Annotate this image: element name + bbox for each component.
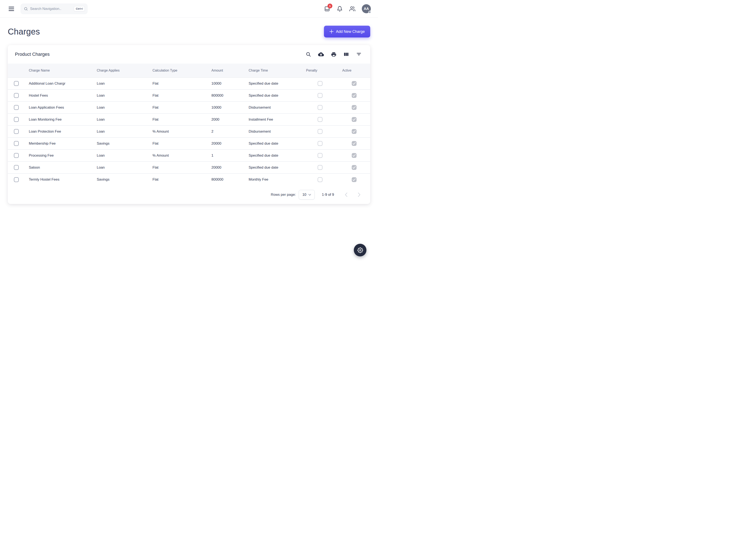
cell-charge-time: Specified due date (244, 161, 302, 174)
printer-icon (331, 52, 337, 57)
col-active: Active (338, 64, 370, 77)
active-checkbox[interactable] (352, 81, 357, 86)
table-head: Charge Name Charge Applies Calculation T… (8, 64, 370, 77)
table-body: Additional Loan Chargr Loan Flat 10000 S… (8, 77, 370, 185)
cell-calculation-type: Flat (148, 113, 207, 126)
check-icon (353, 178, 356, 181)
add-new-charge-button[interactable]: Add New Charge (324, 26, 370, 38)
rows-per-page-select[interactable]: 10 (299, 190, 315, 200)
row-select-checkbox[interactable] (14, 129, 19, 134)
penalty-checkbox[interactable] (318, 105, 322, 110)
avatar-status-dot (368, 11, 371, 14)
cell-amount: 2 (207, 126, 244, 137)
cell-charge-time: Specified due date (244, 90, 302, 101)
cell-amount: 800000 (207, 90, 244, 101)
search-input[interactable]: Search Navigation.. Ctrl+/ (21, 4, 88, 14)
row-select-checkbox[interactable] (14, 153, 19, 158)
topbar: Search Navigation.. Ctrl+/ 1 (0, 0, 378, 18)
active-checkbox[interactable] (352, 117, 357, 122)
active-checkbox[interactable] (352, 129, 357, 134)
row-select-checkbox[interactable] (14, 177, 19, 182)
previous-page-button[interactable] (342, 191, 350, 198)
cell-charge-applies: Loan (93, 161, 148, 174)
cell-calculation-type: Flat (148, 174, 207, 185)
page-header: Charges Add New Charge (8, 26, 370, 38)
penalty-checkbox[interactable] (318, 177, 322, 182)
check-icon (353, 130, 356, 133)
penalty-checkbox[interactable] (318, 117, 322, 122)
search-shortcut-badge: Ctrl+/ (74, 6, 85, 12)
active-checkbox[interactable] (352, 141, 357, 146)
select-all-header (8, 64, 25, 77)
chevron-right-icon (358, 192, 361, 197)
row-select-checkbox[interactable] (14, 117, 19, 122)
cell-charge-name: Hostel Fees (25, 90, 93, 101)
penalty-checkbox[interactable] (318, 165, 322, 170)
row-select-checkbox[interactable] (14, 141, 19, 146)
check-icon (353, 166, 356, 169)
check-icon (353, 106, 356, 109)
check-icon (353, 154, 356, 157)
filter-icon (356, 52, 362, 57)
users-button[interactable] (347, 4, 357, 14)
cell-calculation-type: Flat (148, 161, 207, 174)
cell-calculation-type: Flat (148, 101, 207, 113)
cell-amount: 20000 (207, 161, 244, 174)
col-charge-applies: Charge Applies (93, 64, 148, 77)
check-icon (353, 118, 356, 121)
columns-button[interactable] (342, 50, 350, 59)
penalty-checkbox[interactable] (318, 129, 322, 134)
cell-charge-applies: Loan (93, 113, 148, 126)
avatar[interactable]: AA (362, 4, 371, 13)
pager-controls (342, 191, 363, 198)
filter-button[interactable] (355, 50, 363, 59)
row-select-checkbox[interactable] (14, 81, 19, 86)
penalty-checkbox[interactable] (318, 81, 322, 86)
table-row: Loan Application Fees Loan Flat 10000 Di… (8, 101, 370, 113)
print-button[interactable] (329, 50, 338, 59)
card-toolbar (304, 50, 363, 59)
notifications-button[interactable] (335, 4, 344, 14)
inbox-button[interactable]: 1 (322, 4, 332, 14)
hamburger-menu-icon[interactable] (7, 5, 15, 13)
users-icon (349, 6, 355, 12)
settings-fab[interactable] (354, 244, 366, 256)
chevron-left-icon (345, 192, 347, 197)
cell-amount: 1 (207, 150, 244, 161)
active-checkbox[interactable] (352, 93, 357, 98)
row-select-checkbox[interactable] (14, 93, 19, 98)
col-charge-time: Charge Time (244, 64, 302, 77)
table-row: Saloon Loan Flat 20000 Specified due dat… (8, 161, 370, 174)
cell-charge-time: Specified due date (244, 77, 302, 90)
cell-charge-time: Installment Fee (244, 113, 302, 126)
table-row: Termly Hostel Fees Savings Flat 800000 M… (8, 174, 370, 185)
active-checkbox[interactable] (352, 165, 357, 170)
active-checkbox[interactable] (352, 153, 357, 158)
table-search-button[interactable] (304, 50, 312, 59)
active-checkbox[interactable] (352, 177, 357, 182)
page-title: Charges (8, 27, 40, 37)
cell-charge-name: Loan Protection Fee (25, 126, 93, 137)
table-row: Loan Protection Fee Loan % Amount 2 Disb… (8, 126, 370, 137)
next-page-button[interactable] (356, 191, 363, 198)
row-select-checkbox[interactable] (14, 105, 19, 110)
hamburger-icon (9, 7, 14, 11)
penalty-checkbox[interactable] (318, 141, 322, 146)
cell-charge-applies: Savings (93, 137, 148, 150)
penalty-checkbox[interactable] (318, 93, 322, 98)
bell-icon (337, 6, 343, 12)
card-header: Product Charges (8, 45, 370, 64)
cell-amount: 20000 (207, 137, 244, 150)
check-icon (353, 142, 356, 145)
export-download-button[interactable] (317, 50, 325, 59)
product-charges-card: Product Charges (8, 45, 370, 204)
cell-charge-name: Saloon (25, 161, 93, 174)
penalty-checkbox[interactable] (318, 153, 322, 158)
active-checkbox[interactable] (352, 105, 357, 110)
table-row: Membership Fee Savings Flat 20000 Specif… (8, 137, 370, 150)
inbox-count-badge: 1 (328, 4, 332, 9)
cell-charge-applies: Loan (93, 101, 148, 113)
charges-table: Charge Name Charge Applies Calculation T… (8, 64, 370, 185)
row-select-checkbox[interactable] (14, 165, 19, 170)
rows-per-page-label: Rows per page: (271, 193, 296, 197)
